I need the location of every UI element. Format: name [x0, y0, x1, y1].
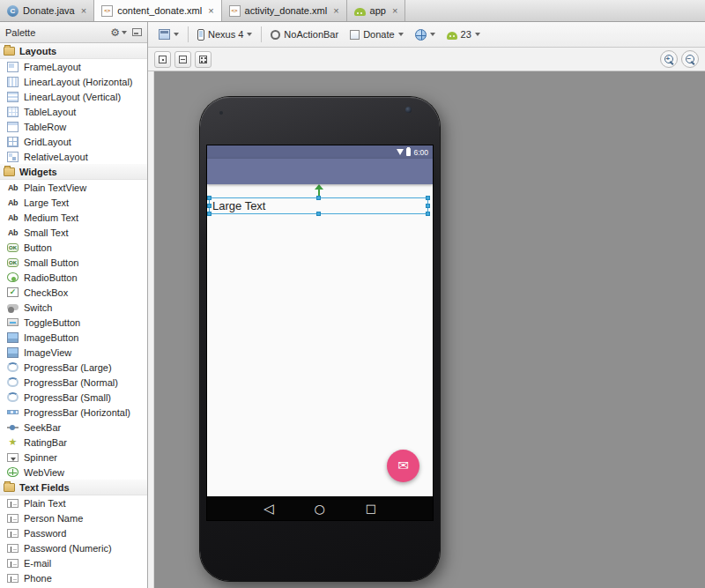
activity-selector[interactable]: Donate — [347, 27, 405, 41]
palette-item-Plain TextView[interactable]: AbPlain TextView — [0, 180, 147, 195]
selection-handle[interactable] — [207, 204, 212, 208]
close-icon[interactable]: × — [392, 5, 397, 16]
theme-selector[interactable]: NoActionBar — [268, 27, 341, 41]
tab-app[interactable]: app× — [347, 0, 406, 21]
palette-section-Widgets[interactable]: Widgets — [0, 164, 147, 180]
selection-handle[interactable] — [426, 212, 430, 216]
zoom-to-fit-button[interactable] — [154, 51, 171, 68]
palette-item-label: SeekBar — [24, 422, 61, 433]
zoom-in-button[interactable]: + — [660, 50, 678, 68]
device-icon — [197, 29, 204, 41]
selection-handle[interactable] — [426, 196, 430, 200]
palette-item-label: CheckBox — [24, 287, 68, 298]
palette-item-ImageButton[interactable]: ImageButton — [0, 330, 147, 345]
palette-item-RelativeLayout[interactable]: RelativeLayout — [0, 149, 147, 164]
palette-item-Large Text[interactable]: AbLarge Text — [0, 195, 147, 210]
tab-Donate.java[interactable]: CDonate.java× — [0, 0, 94, 21]
frame-layout-icon — [7, 62, 19, 72]
close-icon[interactable]: × — [81, 5, 86, 16]
palette-item-Password[interactable]: Password — [0, 525, 147, 540]
wifi-icon — [397, 149, 404, 155]
palette-item-label: GridLayout — [24, 137, 71, 147]
layout-options-button[interactable] — [195, 51, 212, 68]
palette-item-Small Text[interactable]: AbSmall Text — [0, 225, 147, 240]
selection-handle[interactable] — [316, 196, 321, 200]
status-time: 6:00 — [413, 148, 428, 157]
palette-item-RatingBar[interactable]: ★RatingBar — [0, 435, 147, 450]
nav-back-icon[interactable]: ◁ — [263, 501, 274, 517]
nav-home-icon[interactable]: ○ — [315, 502, 325, 516]
palette-item-SeekBar[interactable]: SeekBar — [0, 420, 147, 435]
designer-toolbar: Nexus 4 NoActionBar Donate 23 — [148, 22, 705, 48]
progress-icon — [7, 392, 19, 402]
palette-item-ProgressBar (Horizontal)[interactable]: ProgressBar (Horizontal) — [0, 405, 147, 420]
render-options-button[interactable] — [156, 27, 182, 41]
palette-item-LinearLayout (Horizontal)[interactable]: LinearLayout (Horizontal) — [0, 74, 147, 89]
textfield-icon — [7, 574, 19, 583]
palette-item-ToggleButton[interactable]: ToggleButton — [0, 315, 147, 330]
palette-item-LinearLayout (Vertical)[interactable]: LinearLayout (Vertical) — [0, 89, 147, 104]
device-selector[interactable]: Nexus 4 — [195, 27, 255, 42]
palette-item-TableLayout[interactable]: TableLayout — [0, 104, 147, 119]
close-icon[interactable]: × — [333, 5, 338, 16]
palette-settings-button[interactable]: ⚙ — [110, 27, 127, 38]
palette-item-ProgressBar (Small)[interactable]: ProgressBar (Small) — [0, 390, 147, 405]
tab-label: content_donate.xml — [117, 5, 202, 16]
palette-item-Plain Text[interactable]: Plain Text — [0, 495, 147, 510]
palette-item-WebView[interactable]: WebView — [0, 465, 147, 480]
palette-item-Switch[interactable]: Switch — [0, 300, 147, 315]
palette-item-label: WebView — [24, 467, 64, 478]
design-editor: Nexus 4 NoActionBar Donate 23 — [148, 22, 705, 588]
theme-label: NoActionBar — [284, 29, 338, 40]
palette-item-Phone[interactable]: Phone — [0, 570, 147, 585]
tab-activity_donate.xml[interactable]: activity_donate.xml× — [222, 0, 347, 21]
api-version-selector[interactable]: 23 — [444, 27, 483, 41]
palette-item-Password (Numeric)[interactable]: Password (Numeric) — [0, 540, 147, 555]
fab-button[interactable]: ✉ — [387, 450, 419, 482]
palette-section-label: Layouts — [19, 46, 56, 56]
progress-icon — [7, 362, 19, 372]
nav-recents-icon[interactable]: □ — [366, 502, 376, 515]
palette-item-GridLayout[interactable]: GridLayout — [0, 134, 147, 149]
chevron-down-icon — [174, 33, 179, 36]
selection-handle[interactable] — [426, 204, 430, 208]
content-area[interactable]: Large Text — [207, 184, 433, 496]
palette-item-CheckBox[interactable]: CheckBox — [0, 285, 147, 300]
locale-selector[interactable] — [412, 27, 438, 42]
selection-handle[interactable] — [207, 196, 212, 200]
checkbox-icon — [7, 287, 19, 297]
palette-section-Text Fields[interactable]: Text Fields — [0, 480, 147, 495]
palette-item-ProgressBar (Normal)[interactable]: ProgressBar (Normal) — [0, 375, 147, 390]
toolbar-separator — [188, 26, 189, 42]
textfield-icon — [7, 514, 19, 523]
palette-section-Layouts[interactable]: Layouts — [0, 43, 147, 59]
hide-panel-icon[interactable] — [132, 28, 142, 36]
design-canvas[interactable]: 6:00 Large Text — [154, 71, 705, 588]
palette-item-Medium Text[interactable]: AbMedium Text — [0, 210, 147, 225]
reset-zoom-button[interactable] — [174, 51, 191, 68]
device-screen[interactable]: 6:00 Large Text — [207, 145, 433, 520]
selection-handle[interactable] — [316, 212, 321, 216]
palette-item-E-mail[interactable]: E-mail — [0, 555, 147, 570]
palette-item-ImageView[interactable]: ImageView — [0, 345, 147, 360]
palette-item-Person Name[interactable]: Person Name — [0, 510, 147, 525]
selection-handle[interactable] — [207, 212, 212, 216]
android-icon — [447, 32, 457, 40]
tab-content_donate.xml[interactable]: content_donate.xml× — [94, 0, 221, 21]
app-bar[interactable] — [207, 159, 433, 184]
palette-item-RadioButton[interactable]: RadioButton — [0, 270, 147, 285]
palette-item-label: RatingBar — [24, 437, 67, 448]
palette-item-Button[interactable]: OKButton — [0, 240, 147, 255]
palette-item-FrameLayout[interactable]: FrameLayout — [0, 59, 147, 74]
close-icon[interactable]: × — [208, 5, 213, 16]
palette-item-TableRow[interactable]: TableRow — [0, 119, 147, 134]
palette-item-Spinner[interactable]: Spinner — [0, 450, 147, 465]
selected-textview[interactable]: Large Text — [209, 197, 428, 214]
palette-item-ProgressBar (Large)[interactable]: ProgressBar (Large) — [0, 360, 147, 375]
chevron-down-icon — [247, 33, 252, 36]
zoom-in-icon: + — [666, 55, 671, 63]
palette-item-Small Button[interactable]: OKSmall Button — [0, 255, 147, 270]
palette-item-label: Password (Numeric) — [24, 543, 112, 554]
zoom-out-button[interactable]: − — [681, 50, 699, 68]
palette-item-label: Small Text — [24, 227, 69, 238]
